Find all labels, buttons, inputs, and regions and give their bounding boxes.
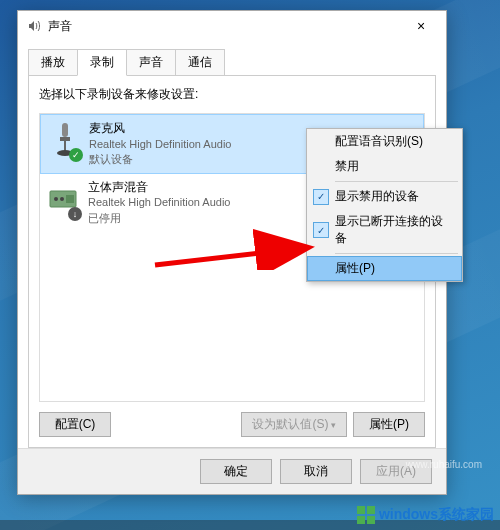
svg-rect-0 xyxy=(62,123,68,137)
menu-separator xyxy=(335,181,458,182)
svg-rect-9 xyxy=(357,506,365,514)
tab-playback[interactable]: 播放 xyxy=(28,49,78,75)
instruction-text: 选择以下录制设备来修改设置: xyxy=(39,86,425,103)
svg-rect-10 xyxy=(367,506,375,514)
windows-logo-icon xyxy=(357,506,375,524)
default-check-badge: ✓ xyxy=(69,148,83,162)
watermark-url: www.ruhaifu.com xyxy=(406,459,482,470)
disabled-badge: ↓ xyxy=(68,207,82,221)
svg-rect-12 xyxy=(367,516,375,524)
menu-properties[interactable]: 属性(P) xyxy=(307,256,462,281)
window-title: 声音 xyxy=(48,18,401,35)
set-default-button[interactable]: 设为默认值(S) xyxy=(241,412,347,437)
sound-icon xyxy=(26,18,42,34)
menu-label: 显示禁用的设备 xyxy=(335,188,419,205)
context-menu: 配置语音识别(S) 禁用 ✓ 显示禁用的设备 ✓ 显示已断开连接的设备 属性(P… xyxy=(306,128,463,282)
tab-recording[interactable]: 录制 xyxy=(77,49,127,76)
check-icon: ✓ xyxy=(313,189,329,205)
check-icon: ✓ xyxy=(313,222,329,238)
watermark-brand: windows系统家园 xyxy=(357,506,494,524)
watermark-text: windows系统家园 xyxy=(379,506,494,524)
dialog-footer: 确定 取消 应用(A) xyxy=(18,448,446,494)
tab-communications[interactable]: 通信 xyxy=(175,49,225,75)
menu-disable[interactable]: 禁用 xyxy=(307,154,462,179)
menu-label: 显示已断开连接的设备 xyxy=(335,213,454,247)
svg-rect-2 xyxy=(64,141,66,151)
svg-rect-1 xyxy=(60,137,70,141)
tab-sounds[interactable]: 声音 xyxy=(126,49,176,75)
titlebar: 声音 × xyxy=(18,11,446,41)
close-button[interactable]: × xyxy=(401,13,441,39)
tabs: 播放 录制 声音 通信 xyxy=(28,49,436,75)
menu-show-disconnected[interactable]: ✓ 显示已断开连接的设备 xyxy=(307,209,462,251)
cancel-button[interactable]: 取消 xyxy=(280,459,352,484)
panel-buttons: 配置(C) 设为默认值(S) 属性(P) xyxy=(39,412,425,437)
svg-point-6 xyxy=(60,197,64,201)
menu-configure-speech[interactable]: 配置语音识别(S) xyxy=(307,129,462,154)
properties-button[interactable]: 属性(P) xyxy=(353,412,425,437)
svg-point-5 xyxy=(54,197,58,201)
menu-separator xyxy=(335,253,458,254)
svg-rect-11 xyxy=(357,516,365,524)
soundcard-icon: ↓ xyxy=(48,179,80,219)
configure-button[interactable]: 配置(C) xyxy=(39,412,111,437)
microphone-icon: ✓ xyxy=(49,120,81,160)
svg-rect-7 xyxy=(66,195,74,203)
ok-button[interactable]: 确定 xyxy=(200,459,272,484)
menu-show-disabled[interactable]: ✓ 显示禁用的设备 xyxy=(307,184,462,209)
